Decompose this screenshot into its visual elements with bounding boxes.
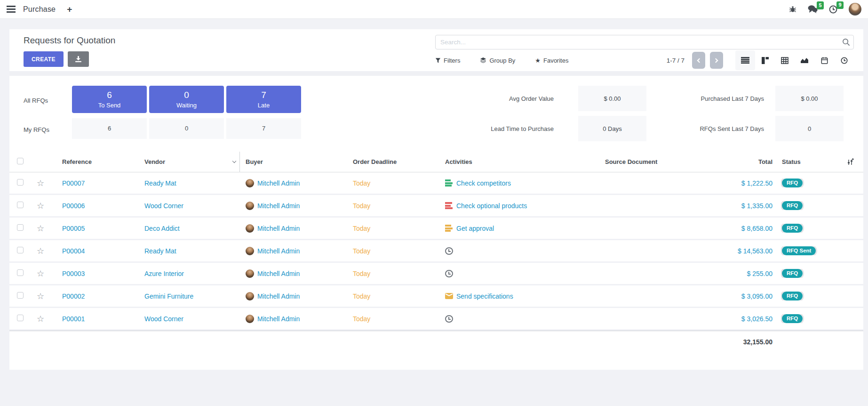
- header-reference[interactable]: Reference: [56, 158, 139, 165]
- reference-link[interactable]: P00005: [62, 225, 85, 232]
- view-activity-button[interactable]: [834, 50, 854, 70]
- header-source-document[interactable]: Source Document: [593, 158, 715, 165]
- vendor-link[interactable]: Azure Interior: [144, 270, 184, 277]
- table-row[interactable]: ☆ P00006 Wood Corner Mitchell Admin Toda…: [9, 195, 863, 218]
- favorite-star-icon[interactable]: ☆: [37, 292, 44, 300]
- pager-previous-button[interactable]: [692, 52, 705, 69]
- layers-icon: [480, 57, 486, 64]
- table-row[interactable]: ☆ P00002 Gemini Furniture Mitchell Admin…: [9, 285, 863, 308]
- favorite-star-icon[interactable]: ☆: [37, 179, 44, 187]
- my-waiting-cell[interactable]: 0: [149, 118, 224, 139]
- table-row[interactable]: ☆ P00005 Deco Addict Mitchell Admin Toda…: [9, 218, 863, 240]
- row-checkbox[interactable]: [17, 292, 24, 299]
- activity-icon[interactable]: [445, 202, 453, 209]
- view-list-button[interactable]: [735, 50, 755, 70]
- activity-link[interactable]: Send specifications: [456, 292, 513, 300]
- activity-link[interactable]: Get approval: [456, 225, 494, 232]
- view-calendar-button[interactable]: [814, 50, 834, 70]
- header-activities[interactable]: Activities: [438, 158, 593, 165]
- buyer-link[interactable]: Mitchell Admin: [257, 292, 300, 300]
- kpi-waiting-button[interactable]: 0 Waiting: [149, 86, 224, 113]
- create-button[interactable]: CREATE: [24, 51, 64, 67]
- favorite-star-icon[interactable]: ☆: [37, 224, 44, 233]
- apps-menu-icon[interactable]: [7, 8, 16, 9]
- activity-icon[interactable]: [445, 225, 453, 232]
- header-buyer[interactable]: Buyer: [240, 158, 344, 165]
- buyer-link[interactable]: Mitchell Admin: [257, 315, 300, 323]
- header-order-deadline[interactable]: Order Deadline: [344, 158, 438, 165]
- pager-next-button[interactable]: [710, 52, 723, 69]
- activity-icon[interactable]: [445, 179, 453, 187]
- reference-link[interactable]: P00007: [62, 179, 85, 187]
- filters-dropdown[interactable]: Filters: [435, 57, 460, 64]
- filter-funnel-icon: [435, 57, 441, 64]
- table-row[interactable]: ☆ P00003 Azure Interior Mitchell Admin T…: [9, 263, 863, 285]
- activity-clock-icon[interactable]: [445, 315, 453, 323]
- vendor-link[interactable]: Gemini Furniture: [144, 292, 193, 300]
- activities-clock-icon[interactable]: 9: [829, 5, 837, 14]
- debug-bug-icon[interactable]: [789, 6, 796, 13]
- adjust-columns-icon: [847, 158, 854, 165]
- view-kanban-button[interactable]: [755, 50, 775, 70]
- header-status[interactable]: Status: [781, 158, 847, 165]
- favorites-dropdown[interactable]: ★ Favorites: [535, 57, 568, 64]
- vendor-link[interactable]: Deco Addict: [144, 225, 180, 232]
- header-vendor[interactable]: Vendor: [139, 152, 240, 172]
- vendor-link[interactable]: Ready Mat: [144, 179, 176, 187]
- row-checkbox[interactable]: [17, 224, 24, 231]
- table-row[interactable]: ☆ P00007 Ready Mat Mitchell Admin Today …: [9, 172, 863, 195]
- activity-view-icon: [841, 57, 848, 64]
- reference-link[interactable]: P00002: [62, 292, 85, 300]
- activity-link[interactable]: Check competitors: [456, 179, 511, 187]
- reference-link[interactable]: P00001: [62, 315, 85, 323]
- export-button[interactable]: [68, 51, 89, 67]
- reference-link[interactable]: P00003: [62, 270, 85, 277]
- table-row[interactable]: ☆ P00004 Ready Mat Mitchell Admin Today …: [9, 240, 863, 263]
- row-checkbox[interactable]: [17, 179, 24, 186]
- order-deadline: Today: [344, 202, 438, 210]
- reference-link[interactable]: P00004: [62, 247, 85, 255]
- activities-count-badge: 9: [836, 1, 844, 9]
- activity-link[interactable]: Check optional products: [456, 202, 527, 210]
- select-all-checkbox[interactable]: [17, 158, 24, 164]
- app-name[interactable]: Purchase: [23, 5, 56, 14]
- optional-columns-button[interactable]: [847, 158, 863, 165]
- waiting-count: 0: [184, 90, 189, 100]
- table-row[interactable]: ☆ P00001 Wood Corner Mitchell Admin Toda…: [9, 308, 863, 331]
- view-pivot-button[interactable]: [775, 50, 795, 70]
- group-by-label: Group By: [489, 57, 515, 64]
- vendor-link[interactable]: Wood Corner: [144, 202, 183, 210]
- user-avatar[interactable]: [849, 3, 861, 16]
- row-checkbox[interactable]: [17, 315, 24, 321]
- row-checkbox[interactable]: [17, 269, 24, 276]
- activity-clock-icon[interactable]: [445, 247, 453, 255]
- favorite-star-icon[interactable]: ☆: [37, 269, 44, 278]
- favorite-star-icon[interactable]: ☆: [37, 202, 44, 210]
- favorite-star-icon[interactable]: ☆: [37, 247, 44, 255]
- activity-clock-icon[interactable]: [445, 270, 453, 277]
- kpi-to-send-button[interactable]: 6 To Send: [72, 86, 147, 113]
- view-graph-button[interactable]: [795, 50, 814, 70]
- page-title: Requests for Quotation: [24, 35, 435, 46]
- favorite-star-icon[interactable]: ☆: [37, 315, 44, 323]
- activity-envelope-icon[interactable]: [445, 293, 453, 299]
- buyer-link[interactable]: Mitchell Admin: [257, 202, 300, 210]
- vendor-link[interactable]: Ready Mat: [144, 247, 176, 255]
- search-input[interactable]: [435, 35, 854, 49]
- header-total[interactable]: Total: [715, 158, 781, 165]
- search-icon[interactable]: [842, 38, 850, 48]
- buyer-link[interactable]: Mitchell Admin: [257, 270, 300, 277]
- buyer-link[interactable]: Mitchell Admin: [257, 247, 300, 255]
- kpi-late-button[interactable]: 7 Late: [226, 86, 301, 113]
- group-by-dropdown[interactable]: Group By: [480, 57, 515, 64]
- vendor-link[interactable]: Wood Corner: [144, 315, 183, 323]
- buyer-link[interactable]: Mitchell Admin: [257, 179, 300, 187]
- buyer-link[interactable]: Mitchell Admin: [257, 225, 300, 232]
- messages-icon[interactable]: 5: [808, 5, 818, 13]
- my-to-send-cell[interactable]: 6: [72, 118, 147, 139]
- add-tab-icon[interactable]: +: [67, 4, 72, 15]
- row-checkbox[interactable]: [17, 202, 24, 208]
- row-checkbox[interactable]: [17, 247, 24, 253]
- my-late-cell[interactable]: 7: [226, 118, 301, 139]
- reference-link[interactable]: P00006: [62, 202, 85, 210]
